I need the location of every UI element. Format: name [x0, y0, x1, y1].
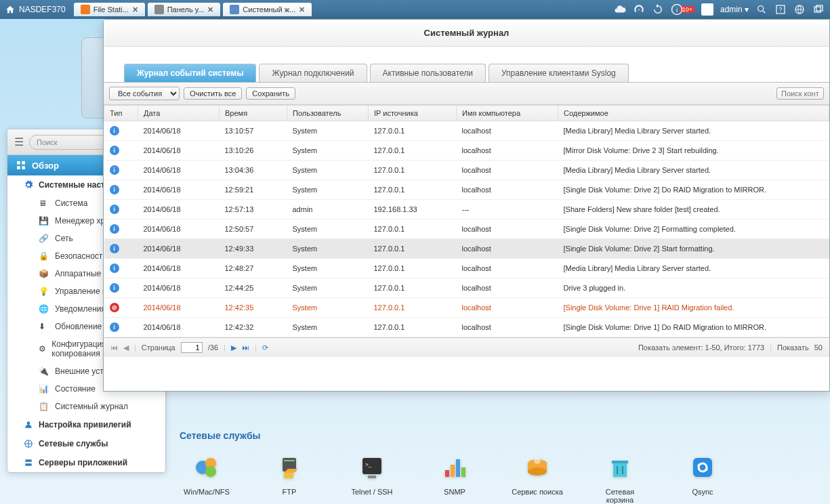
filter-select[interactable]: Все события: [109, 87, 180, 100]
log-tab[interactable]: Журнал подключений: [259, 64, 367, 82]
table-row[interactable]: i 2014/06/18 12:48:27 System 127.0.0.1 l…: [104, 259, 829, 278]
svg-rect-22: [284, 473, 293, 478]
help-icon[interactable]: ?: [774, 3, 787, 16]
service-item[interactable]: >_Telnet / SSH: [345, 451, 399, 504]
svg-point-19: [205, 466, 216, 477]
svg-rect-29: [461, 467, 465, 477]
service-icon: [686, 451, 719, 484]
cell-date: 2014/06/18: [138, 219, 220, 239]
close-icon[interactable]: ✕: [207, 5, 213, 14]
column-header[interactable]: Пользователь: [287, 106, 369, 121]
user-icon: [24, 420, 33, 429]
cell-ip: 192.168.1.33: [369, 200, 457, 219]
svg-rect-15: [25, 459, 31, 462]
service-item[interactable]: Сервис поиска: [510, 451, 564, 504]
item-label: Системный журнал: [55, 402, 128, 411]
table-row[interactable]: i 2014/06/18 12:44:25 System 127.0.0.1 l…: [104, 278, 829, 298]
search-icon[interactable]: [755, 3, 768, 16]
info-icon[interactable]: i: [671, 3, 683, 16]
refresh-icon[interactable]: [652, 3, 664, 16]
cell-time: 13:10:57: [220, 121, 287, 141]
service-item[interactable]: SNMP: [428, 451, 482, 504]
windows-icon[interactable]: [812, 3, 825, 16]
cell-host: localhost: [457, 278, 558, 298]
cell-content: [Mirror Disk Volume: Drive 2 3] Start re…: [558, 141, 829, 161]
svg-rect-11: [17, 166, 20, 169]
item-icon: 🔒: [39, 251, 49, 261]
svg-rect-27: [451, 465, 455, 477]
cell-time: 12:50:57: [220, 219, 287, 239]
cell-date: 2014/06/18: [138, 278, 220, 298]
item-icon: 📦: [39, 269, 49, 278]
cell-ip: 127.0.0.1: [369, 121, 457, 141]
save-button[interactable]: Сохранить: [246, 87, 295, 100]
home-icon: [5, 5, 15, 14]
last-page-button[interactable]: ⏭: [242, 343, 249, 352]
first-page-button[interactable]: ⏮: [110, 343, 118, 352]
table-row[interactable]: i 2014/06/18 13:10:26 System 127.0.0.1 l…: [104, 141, 829, 161]
cell-ip: 127.0.0.1: [369, 259, 457, 278]
table-row[interactable]: i 2014/06/18 12:50:57 System 127.0.0.1 l…: [104, 219, 829, 239]
table-row[interactable]: ⊘ 2014/06/18 12:42:35 System 127.0.0.1 l…: [104, 298, 829, 318]
overview-label: Обзор: [32, 161, 59, 171]
table-row[interactable]: i 2014/06/18 13:04:36 System 127.0.0.1 l…: [104, 161, 829, 180]
prev-page-button[interactable]: ◀: [123, 343, 129, 352]
content-search-input[interactable]: [776, 87, 824, 100]
sidebar-item-privileges[interactable]: Настройка привилегий: [7, 415, 165, 434]
cell-content: [Single Disk Volume: Drive 1] Do RAID Mi…: [558, 318, 829, 337]
svg-rect-34: [612, 461, 628, 463]
window-tab[interactable]: File Stati...✕: [74, 3, 145, 16]
sidebar-item-network-services[interactable]: Сетевые службы: [7, 434, 165, 453]
service-icon: [521, 451, 554, 484]
service-item[interactable]: Win/Mac/NFS: [180, 451, 234, 504]
clear-button[interactable]: Очистить все: [184, 87, 242, 100]
log-tab[interactable]: Управление клиентами Syslog: [489, 64, 629, 82]
window-tab[interactable]: Системный ж...✕: [223, 3, 312, 16]
sidebar-item-app-servers[interactable]: Серверы приложений: [7, 453, 165, 472]
table-row[interactable]: i 2014/06/18 13:10:57 System 127.0.0.1 l…: [104, 121, 829, 141]
net-label: Сетевые службы: [39, 439, 108, 448]
svg-rect-7: [814, 7, 821, 12]
cell-date: 2014/06/18: [138, 259, 220, 278]
service-item[interactable]: FTP: [262, 451, 316, 504]
log-tab[interactable]: Журнал событий системы: [124, 64, 256, 82]
cell-host: ---: [457, 200, 558, 219]
log-toolbar: Все события Очистить все Сохранить: [104, 83, 829, 105]
column-header[interactable]: Тип: [104, 106, 138, 121]
user-menu[interactable]: admin ▾: [720, 5, 749, 14]
column-header[interactable]: IP источника: [369, 106, 457, 121]
pager-summary: Показать элемент: 1-50, Итого: 1773: [638, 343, 764, 352]
per-page-value[interactable]: 50: [814, 343, 823, 352]
table-row[interactable]: i 2014/06/18 12:42:32 System 127.0.0.1 l…: [104, 318, 829, 337]
item-label: Уведомления: [55, 304, 106, 314]
table-row[interactable]: i 2014/06/18 12:57:13 admin 192.168.1.33…: [104, 200, 829, 219]
service-item[interactable]: Сетевая корзина: [593, 451, 647, 504]
cell-time: 12:42:35: [220, 298, 287, 318]
services-title: Сетевые службы: [180, 430, 730, 441]
table-row[interactable]: i 2014/06/18 12:59:21 System 127.0.0.1 l…: [104, 180, 829, 200]
cell-user: System: [287, 121, 369, 141]
table-row[interactable]: i 2014/06/18 12:49:33 System 127.0.0.1 l…: [104, 239, 829, 259]
cell-date: 2014/06/18: [138, 239, 220, 259]
dashboard-icon[interactable]: [633, 3, 645, 16]
column-header[interactable]: Время: [220, 106, 287, 121]
page-input[interactable]: [181, 342, 203, 353]
cell-host: localhost: [457, 318, 558, 337]
refresh-button[interactable]: ⟳: [262, 343, 268, 352]
service-item[interactable]: Qsync: [676, 451, 730, 504]
close-icon[interactable]: ✕: [299, 5, 305, 14]
user-avatar-icon[interactable]: [701, 3, 713, 16]
column-header[interactable]: Содержимое: [558, 106, 829, 121]
sidebar-sub-item[interactable]: 📋Системный журнал: [7, 398, 165, 415]
log-tab[interactable]: Активные пользователи: [370, 64, 486, 82]
home-link[interactable]: NASDEF370: [5, 5, 66, 14]
next-page-button[interactable]: ▶: [231, 343, 236, 352]
menu-icon[interactable]: ☰: [14, 135, 24, 148]
item-label: Безопасность: [55, 251, 107, 261]
language-icon[interactable]: [793, 3, 806, 16]
window-tab[interactable]: Панель у...✕: [148, 3, 221, 16]
column-header[interactable]: Дата: [138, 106, 220, 121]
cloud-icon[interactable]: [614, 3, 626, 16]
close-icon[interactable]: ✕: [132, 5, 138, 14]
column-header[interactable]: Имя компьютера: [457, 106, 558, 121]
